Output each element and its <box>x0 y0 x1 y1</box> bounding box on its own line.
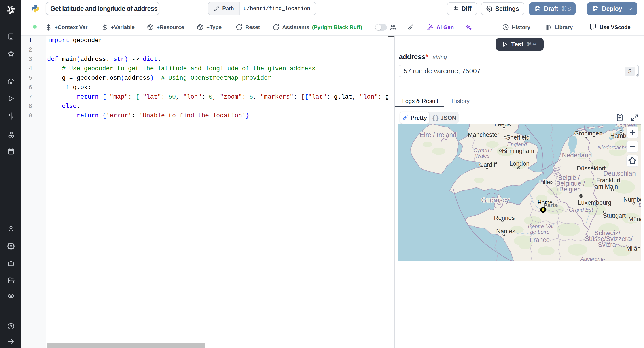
svg-text:Auvergne-: Auvergne- <box>580 256 605 261</box>
svg-text:Rennes: Rennes <box>494 215 515 221</box>
svg-text:Éire / Ireland: Éire / Ireland <box>420 131 456 138</box>
svg-text:Cardiff: Cardiff <box>479 161 497 168</box>
svg-text:Wales: Wales <box>475 153 490 159</box>
svg-text:Nantes: Nantes <box>496 228 516 235</box>
svg-text:Frankfurt: Frankfurt <box>596 177 621 184</box>
svg-text:France: France <box>530 236 550 243</box>
svg-text:Düsseldorf: Düsseldorf <box>577 165 606 172</box>
svg-text:Manchester: Manchester <box>468 131 499 138</box>
svg-text:Centre-Val: Centre-Val <box>528 223 554 229</box>
svg-text:Svizra: Svizra <box>598 241 616 248</box>
svg-text:Luxembourg: Luxembourg <box>578 199 611 206</box>
svg-text:Leeds: Leeds <box>494 124 511 128</box>
svg-text:Grand Est: Grand Est <box>569 207 593 213</box>
svg-text:London: London <box>510 160 530 167</box>
svg-text:Guernsey: Guernsey <box>481 196 510 204</box>
svg-text:England: England <box>507 141 527 147</box>
svg-text:de Loire: de Loire <box>530 229 550 235</box>
svg-text:Home: Home <box>538 199 552 206</box>
svg-text:Birmingham: Birmingham <box>502 147 534 154</box>
svg-text:Lille: Lille <box>539 179 550 186</box>
svg-text:Ba: Ba <box>638 202 641 208</box>
svg-text:Belgien: Belgien <box>559 186 581 193</box>
svg-text:Sheffield: Sheffield <box>506 134 530 141</box>
svg-text:Stuttgart: Stuttgart <box>603 212 626 219</box>
svg-text:Cymru /: Cymru / <box>474 147 492 153</box>
svg-text:Müncl: Müncl <box>628 216 641 223</box>
svg-text:Deutschlan: Deutschlan <box>603 170 636 177</box>
svg-text:Milano: Milano <box>626 245 641 252</box>
svg-text:am Main: am Main <box>595 183 618 190</box>
svg-text:Groningen: Groningen <box>574 130 602 137</box>
svg-text:Nederland: Nederland <box>562 152 592 159</box>
